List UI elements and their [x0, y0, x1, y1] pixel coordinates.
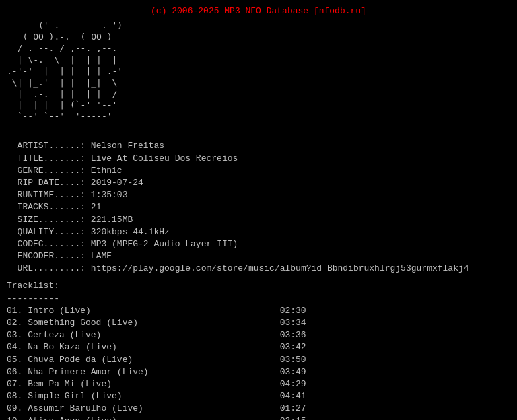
codec-label: CODEC.......: [18, 239, 85, 249]
tracklist-divider: ---------- [7, 293, 510, 305]
rip-date-label: RIP DATE....: [18, 178, 85, 188]
site-header: (c) 2006-2025 MP3 NFO Database [nfodb.ru… [7, 5, 510, 18]
tracklist-heading: Tracklist: [7, 280, 510, 292]
list-item: 09. Assumir Barulho (Live) 01:27 [7, 403, 510, 415]
list-item: 08. Simple Girl (Live) 04:41 [7, 390, 510, 403]
ascii-art-logo: ('-. .-') ( OO ).-. ( OO ) / . --. / ,--… [7, 20, 510, 123]
encoder-value: LAME [91, 251, 112, 261]
list-item: 06. Nha Primere Amor (Live) 03:49 [7, 366, 510, 378]
url-label: URL.........: [18, 263, 85, 273]
codec-value: MP3 (MPEG-2 Audio Layer III) [91, 239, 238, 249]
quality-label: QUALITY.....: [18, 227, 85, 237]
artist-value: Nelson Freitas [91, 141, 164, 151]
list-item: 01. Intro (Live) 02:30 [7, 305, 510, 317]
quality-value: 320kbps 44.1kHz [91, 227, 170, 237]
size-label: SIZE........: [18, 215, 85, 225]
tracklist: 01. Intro (Live) 02:3002. Something Good… [7, 305, 510, 420]
url-value: https://play.google.com/store/music/albu… [91, 263, 469, 273]
rip-date-value: 2019-07-24 [91, 178, 143, 188]
title-label: TITLE.......: [18, 153, 85, 164]
list-item: 10. Atira Agua (Live) 03:15 [7, 415, 510, 420]
list-item: 03. Certeza (Live) 03:36 [7, 329, 510, 341]
list-item: 02. Something Good (Live) 03:34 [7, 317, 510, 329]
tracks-label: TRACKS......: [18, 202, 85, 212]
metadata-section: ARTIST......: Nelson Freitas TITLE......… [7, 128, 510, 275]
list-item: 04. Na Bo Kaza (Live) 03:42 [7, 341, 510, 353]
encoder-label: ENCODER.....: [18, 251, 85, 261]
artist-label: ARTIST......: [18, 141, 85, 151]
runtime-value: 1:35:03 [91, 190, 128, 200]
genre-label: GENRE.......: [18, 166, 85, 176]
title-value: Live At Coliseu Dos Recreios [91, 153, 238, 164]
genre-value: Ethnic [91, 166, 123, 176]
tracks-value: 21 [91, 202, 102, 212]
list-item: 07. Bem Pa Mi (Live) 04:29 [7, 378, 510, 390]
size-value: 221.15MB [91, 215, 133, 225]
runtime-label: RUNTIME.....: [18, 190, 85, 200]
list-item: 05. Chuva Pode da (Live) 03:50 [7, 354, 510, 366]
